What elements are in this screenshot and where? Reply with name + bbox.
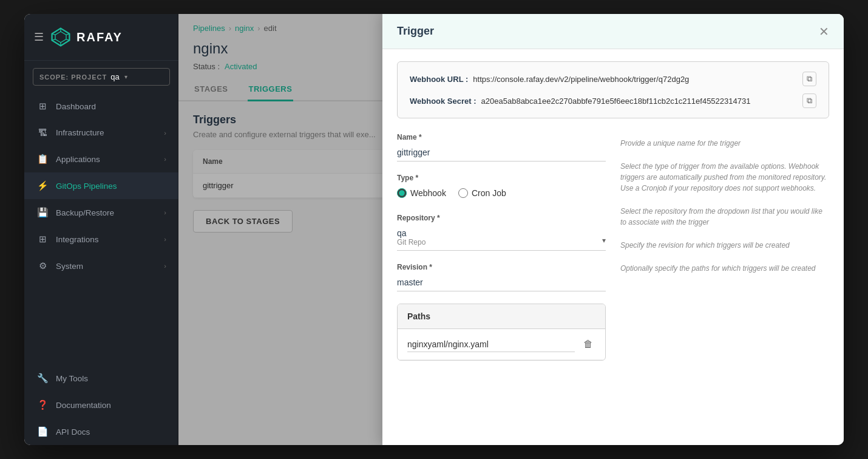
paths-header: Paths (398, 304, 605, 329)
modal-header: Trigger ✕ (382, 14, 844, 49)
delete-path-button[interactable]: 🗑 (581, 336, 595, 352)
webhook-url-label: Webhook URL : (410, 75, 468, 84)
name-hint: Provide a unique name for the trigger (620, 138, 829, 149)
cronjob-radio[interactable] (458, 188, 468, 198)
applications-icon: 📋 (36, 154, 49, 165)
dropdown-arrow-icon: ▾ (602, 236, 606, 245)
sidebar-item-system[interactable]: ⚙ System › (24, 253, 178, 279)
chevron-right-icon: › (164, 236, 166, 243)
sidebar-item-documentation[interactable]: ❓ Documentation (24, 392, 178, 418)
paths-field-group: Paths 🗑 (397, 304, 606, 361)
scope-dropdown-icon: ▾ (124, 73, 127, 80)
sidebar-item-dashboard[interactable]: ⊞ Dashboard (24, 93, 178, 120)
chevron-right-icon: › (164, 129, 166, 137)
sidebar-item-infrastructure[interactable]: 🏗 Infrastructure › (24, 120, 178, 146)
modal-body: Webhook URL : https://console.rafay.dev/… (382, 49, 844, 445)
chevron-right-icon: › (164, 262, 166, 270)
cronjob-radio-option[interactable]: Cron Job (458, 188, 506, 198)
scope-badge[interactable]: SCOPE: PROJECT qa ▾ (33, 68, 170, 86)
sidebar-item-my-tools[interactable]: 🔧 My Tools (24, 365, 178, 392)
sidebar: ☰ RAFAY SCOPE: PROJECT qa ▾ (24, 14, 178, 445)
repository-select[interactable]: qa Git Repo (397, 225, 606, 251)
sidebar-item-label: GitOps Pipelines (56, 182, 117, 191)
sidebar-item-integrations[interactable]: ⊞ Integrations › (24, 226, 178, 253)
sidebar-item-label: Applications (56, 155, 100, 164)
my-tools-icon: 🔧 (36, 373, 49, 384)
revision-hint-text: Specify the revision for which triggers … (620, 241, 790, 250)
gitops-icon: ⚡ (36, 180, 49, 191)
chevron-right-icon: › (164, 209, 166, 216)
sidebar-header: ☰ RAFAY (24, 14, 178, 61)
chevron-right-icon: › (164, 155, 166, 163)
app-window: ☰ RAFAY SCOPE: PROJECT qa ▾ (24, 14, 844, 445)
scope-label: SCOPE: PROJECT (39, 73, 107, 81)
revision-label: Revision * (397, 263, 606, 271)
type-field-group: Type * Webhook Cron Job (397, 174, 606, 202)
paths-input[interactable] (407, 337, 575, 352)
name-input[interactable] (397, 144, 606, 162)
modal-close-button[interactable]: ✕ (819, 25, 829, 38)
hamburger-icon[interactable]: ☰ (34, 30, 44, 44)
form-hints: Provide a unique name for the trigger Se… (620, 133, 829, 361)
form-grid: Name * Type * Webhook (397, 133, 829, 361)
type-hint-text: Select the type of trigger from the avai… (620, 162, 826, 192)
revision-field-group: Revision * (397, 263, 606, 291)
repository-label: Repository * (397, 214, 606, 222)
sidebar-item-label: System (56, 262, 83, 271)
logo: RAFAY (50, 26, 123, 48)
webhook-secret-label: Webhook Secret : (410, 97, 476, 106)
paths-section: Paths 🗑 (397, 304, 606, 361)
revision-hint: Specify the revision for which triggers … (620, 240, 829, 251)
name-label: Name * (397, 133, 606, 141)
dashboard-icon: ⊞ (36, 101, 49, 112)
sidebar-item-backup-restore[interactable]: 💾 Backup/Restore › (24, 199, 178, 226)
api-docs-icon: 📄 (36, 426, 49, 437)
repository-select-wrapper: qa Git Repo ▾ (397, 225, 606, 251)
backup-icon: 💾 (36, 207, 49, 218)
webhook-secret-value: a20ea5ab8abca1ee2c270abbfe791e5f6eec18bf… (481, 97, 798, 106)
rafay-logo-icon (50, 26, 72, 48)
webhook-url-row: Webhook URL : https://console.rafay.dev/… (410, 72, 816, 86)
repository-value: qa (397, 228, 606, 238)
paths-item: 🗑 (398, 329, 605, 360)
sidebar-item-label: My Tools (56, 374, 88, 383)
infrastructure-icon: 🏗 (36, 127, 49, 138)
trigger-modal: Trigger ✕ Webhook URL : https://console.… (382, 14, 844, 445)
scope-value: qa (110, 72, 119, 81)
copy-secret-button[interactable]: ⧉ (802, 93, 816, 108)
documentation-icon: ❓ (36, 399, 49, 410)
repository-hint: Select the repository from the dropdown … (620, 206, 829, 228)
webhook-radio-option[interactable]: Webhook (397, 188, 446, 198)
cronjob-label: Cron Job (472, 188, 506, 198)
webhook-info-box: Webhook URL : https://console.rafay.dev/… (397, 61, 829, 118)
modal-title: Trigger (397, 25, 434, 38)
svg-marker-1 (55, 32, 66, 42)
sidebar-item-gitops-pipelines[interactable]: ⚡ GitOps Pipelines (24, 172, 178, 199)
sidebar-item-label: API Docs (56, 427, 90, 437)
webhook-label: Webhook (410, 188, 446, 198)
type-label: Type * (397, 174, 606, 182)
webhook-secret-row: Webhook Secret : a20ea5ab8abca1ee2c270ab… (410, 93, 816, 108)
copy-url-button[interactable]: ⧉ (802, 72, 816, 86)
sidebar-item-label: Backup/Restore (56, 208, 114, 217)
system-icon: ⚙ (36, 260, 49, 271)
type-hint: Select the type of trigger from the avai… (620, 161, 829, 194)
revision-input[interactable] (397, 274, 606, 291)
type-radio-group: Webhook Cron Job (397, 185, 606, 202)
repository-field-group: Repository * qa Git Repo ▾ (397, 214, 606, 251)
sidebar-item-label: Dashboard (56, 102, 96, 111)
name-field-group: Name * (397, 133, 606, 162)
sidebar-item-applications[interactable]: 📋 Applications › (24, 146, 178, 172)
repository-sub: Git Repo (397, 238, 606, 246)
modal-overlay: Trigger ✕ Webhook URL : https://console.… (178, 14, 844, 445)
webhook-radio[interactable] (397, 188, 407, 198)
integrations-icon: ⊞ (36, 234, 49, 245)
logo-text: RAFAY (76, 30, 123, 44)
paths-hint: Optionally specify the paths for which t… (620, 263, 829, 274)
webhook-url-value: https://console.rafay.dev/v2/pipeline/we… (473, 75, 798, 84)
paths-hint-text: Optionally specify the paths for which t… (620, 264, 816, 273)
name-hint-text: Provide a unique name for the trigger (620, 139, 741, 148)
repository-hint-text: Select the repository from the dropdown … (620, 207, 822, 226)
sidebar-item-label: Documentation (56, 401, 111, 410)
sidebar-item-api-docs[interactable]: 📄 API Docs (24, 418, 178, 445)
